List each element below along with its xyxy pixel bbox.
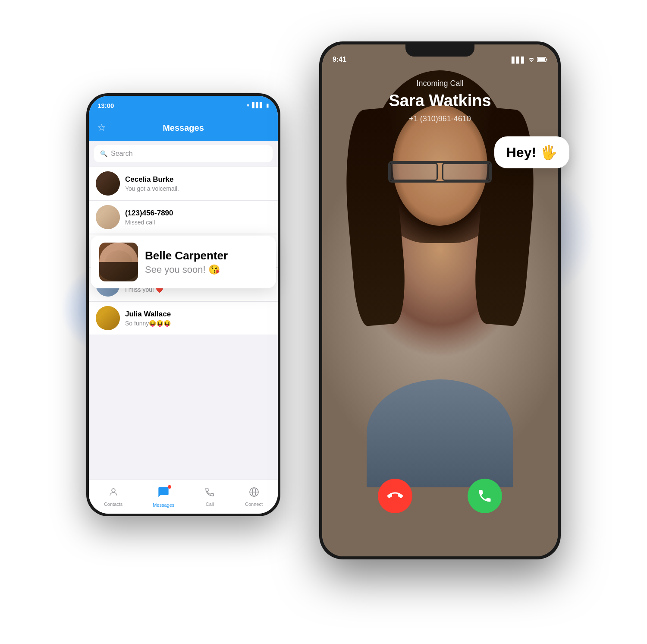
phone-notch xyxy=(405,44,474,57)
nav-messages-label: Messages xyxy=(153,502,174,508)
list-item[interactable]: Cecelia Burke You got a voicemail. xyxy=(89,167,278,200)
star-icon[interactable]: ☆ xyxy=(97,122,106,133)
belle-card: Belle Carpenter See you soon! 😘 xyxy=(91,236,276,288)
belle-text: Belle Carpenter See you soon! 😘 xyxy=(145,249,228,275)
phone-messages-inner: 13:00 ▾ ▋▋▋ ▮ ☆ Messages 🔍 Search xyxy=(89,96,278,514)
avatar xyxy=(96,306,120,330)
hey-text: Hey! 🖐️ xyxy=(506,145,557,160)
message-content: (123)456-7890 Missed call xyxy=(125,209,271,226)
avatar xyxy=(96,205,120,229)
caller-name: Sara Watkins xyxy=(331,92,549,110)
nav-contacts[interactable]: Contacts xyxy=(104,487,122,507)
search-placeholder: Search xyxy=(111,150,133,158)
contact-name: Julia Wallace xyxy=(125,310,271,319)
connect-icon xyxy=(249,487,259,500)
nav-contacts-label: Contacts xyxy=(104,502,122,507)
messages-header: ☆ Messages xyxy=(89,115,278,141)
message-preview: Missed call xyxy=(125,219,271,226)
svg-rect-6 xyxy=(546,59,547,60)
messages-status-bar: 13:00 ▾ ▋▋▋ ▮ xyxy=(89,96,278,115)
messages-icon xyxy=(157,486,170,501)
incoming-call-label: Incoming Call xyxy=(331,79,549,88)
message-preview: You got a voicemail. xyxy=(125,185,271,192)
call-info: Incoming Call Sara Watkins +1 (310)961-4… xyxy=(322,70,558,132)
nav-connect-label: Connect xyxy=(245,502,263,507)
nav-messages[interactable]: Messages xyxy=(153,486,174,508)
scene: 13:00 ▾ ▋▋▋ ▮ ☆ Messages 🔍 Search xyxy=(86,41,561,603)
battery-icon: ▮ xyxy=(266,102,269,108)
phone-call: 9:41 ▋▋▋ xyxy=(319,41,561,559)
nav-call[interactable]: Call xyxy=(204,487,215,507)
battery-call-icon xyxy=(537,57,547,63)
nav-call-label: Call xyxy=(206,502,214,507)
belle-name: Belle Carpenter xyxy=(145,249,228,262)
phone-call-inner: 9:41 ▋▋▋ xyxy=(322,44,558,556)
contact-name: Cecelia Burke xyxy=(125,175,271,184)
contact-name: (123)456-7890 xyxy=(125,209,271,218)
avatar xyxy=(96,171,120,196)
contacts-icon xyxy=(108,487,119,500)
message-list: Cecelia Burke You got a voicemail. (123)… xyxy=(89,167,278,479)
accept-button[interactable] xyxy=(468,479,502,513)
phone-messages: 13:00 ▾ ▋▋▋ ▮ ☆ Messages 🔍 Search xyxy=(86,93,280,516)
search-bar[interactable]: 🔍 Search xyxy=(94,145,273,162)
signal-icon: ▋▋▋ xyxy=(252,102,264,108)
call-icon xyxy=(204,487,215,500)
call-buttons xyxy=(322,479,558,513)
wifi-icon: ▾ xyxy=(247,102,249,108)
call-status-icons: ▋▋▋ xyxy=(512,57,547,63)
list-item[interactable]: Julia Wallace So funny😝😝😝 xyxy=(89,301,278,335)
call-time: 9:41 xyxy=(333,56,346,63)
message-preview: So funny😝😝😝 xyxy=(125,320,271,327)
message-content: Cecelia Burke You got a voicemail. xyxy=(125,175,271,192)
svg-point-0 xyxy=(112,489,115,492)
bottom-nav: Contacts Messages xyxy=(89,479,278,514)
list-item[interactable]: (123)456-7890 Missed call xyxy=(89,200,278,234)
signal-bars-icon: ▋▋▋ xyxy=(512,57,526,63)
belle-avatar xyxy=(99,243,138,281)
search-icon: 🔍 xyxy=(100,150,107,157)
svg-rect-5 xyxy=(538,58,545,61)
nav-connect[interactable]: Connect xyxy=(245,487,263,507)
belle-message: See you soon! 😘 xyxy=(145,264,228,275)
message-content: Julia Wallace So funny😝😝😝 xyxy=(125,310,271,327)
hey-bubble: Hey! 🖐️ xyxy=(494,136,569,168)
caller-number: +1 (310)961-4610 xyxy=(331,114,549,123)
decline-button[interactable] xyxy=(378,479,412,513)
messages-time: 13:00 xyxy=(97,102,114,109)
wifi-icon xyxy=(528,57,535,63)
messages-status-icons: ▾ ▋▋▋ ▮ xyxy=(247,102,269,108)
messages-title: Messages xyxy=(163,123,204,133)
